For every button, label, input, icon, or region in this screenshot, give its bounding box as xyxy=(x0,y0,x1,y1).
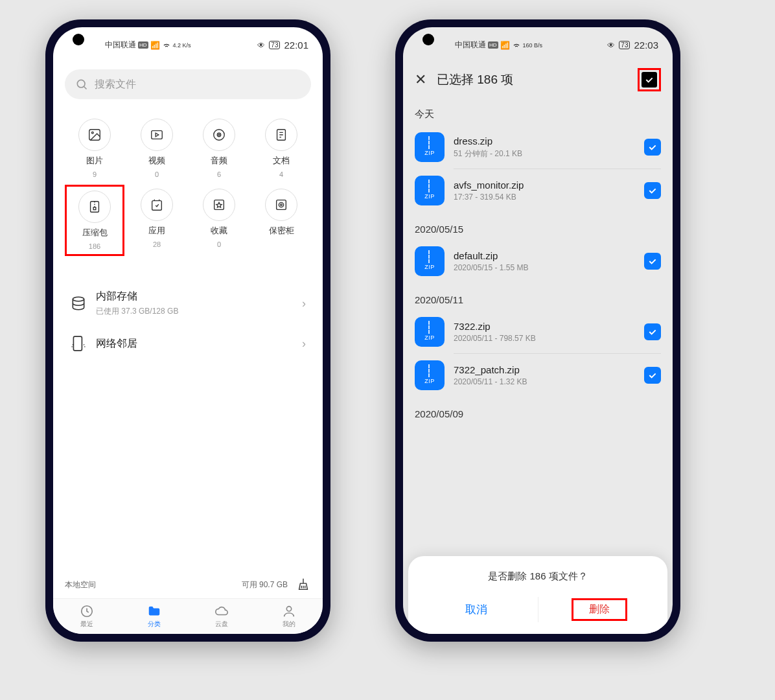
svg-point-0 xyxy=(77,80,85,88)
eye-icon: 👁 xyxy=(257,41,265,50)
category-safe[interactable]: 保密柜 xyxy=(251,185,311,256)
svg-rect-4 xyxy=(152,131,163,139)
cleanup-button[interactable] xyxy=(295,576,311,593)
file-row[interactable]: ZIP7322.zip2020/05/11 - 798.57 KB xyxy=(415,310,661,353)
safe-icon xyxy=(274,198,288,212)
zip-file-icon: ZIP xyxy=(415,360,445,390)
section-date: 2020/05/09 xyxy=(415,408,661,419)
file-meta: 2020/05/11 - 798.57 KB xyxy=(454,334,635,343)
file-checkbox[interactable] xyxy=(644,182,661,199)
folder-icon xyxy=(147,604,161,618)
app-icon xyxy=(150,198,164,212)
file-checkbox[interactable] xyxy=(644,253,661,270)
network-icon xyxy=(70,335,87,352)
section-date: 2020/05/11 xyxy=(415,294,661,305)
camera-hole xyxy=(422,34,434,45)
chevron-right-icon: › xyxy=(302,337,306,351)
battery-icon: 73 xyxy=(269,41,280,49)
eye-icon: 👁 xyxy=(607,41,615,50)
space-available: 可用 90.7 GB xyxy=(242,579,288,590)
category-apps[interactable]: 应用 28 xyxy=(127,185,187,256)
nav-mine[interactable]: 我的 xyxy=(282,604,296,629)
hd-icon: HD xyxy=(138,41,148,49)
delete-highlight: 删除 xyxy=(572,598,627,621)
section-date: 今天 xyxy=(415,108,661,121)
network-neighbors-row[interactable]: 网络邻居 › xyxy=(65,326,311,361)
file-name: default.zip xyxy=(454,250,635,261)
audio-icon xyxy=(212,128,226,142)
delete-button[interactable]: 删除 xyxy=(589,603,610,614)
file-name: dress.zip xyxy=(454,135,635,146)
cancel-button[interactable]: 取消 xyxy=(415,597,538,622)
svg-point-18 xyxy=(279,202,283,207)
signal-icon: 📶 xyxy=(500,41,510,50)
nav-cloud[interactable]: 云盘 xyxy=(214,604,229,629)
nav-categories[interactable]: 分类 xyxy=(147,604,161,629)
file-row[interactable]: ZIPavfs_monitor.zip17:37 - 319.54 KB xyxy=(415,169,661,212)
close-button[interactable]: ✕ xyxy=(415,71,426,88)
status-bar: 中国联通 HD 📶 4.2 K/s 👁 73 22:01 xyxy=(53,27,323,63)
selection-count: 已选择 186 项 xyxy=(437,71,627,88)
zip-file-icon: ZIP xyxy=(415,176,445,205)
selection-header: ✕ 已选择 186 项 xyxy=(403,63,673,97)
battery-icon: 73 xyxy=(619,41,630,49)
doc-icon xyxy=(274,128,288,142)
wifi-icon xyxy=(512,41,521,50)
nav-recent[interactable]: 最近 xyxy=(80,604,94,629)
file-meta: 2020/05/15 - 1.55 MB xyxy=(454,263,635,272)
file-meta: 17:37 - 319.54 KB xyxy=(454,192,635,202)
category-archives[interactable]: 压缩包 186 xyxy=(65,185,124,256)
file-row[interactable]: ZIPdress.zip51 分钟前 - 20.1 KB xyxy=(415,126,661,169)
hd-icon: HD xyxy=(488,41,498,49)
image-icon xyxy=(87,128,102,142)
category-favorites[interactable]: 收藏 0 xyxy=(189,185,249,256)
zip-file-icon: ZIP xyxy=(415,246,445,276)
person-icon xyxy=(282,604,296,618)
star-icon xyxy=(212,198,226,212)
svg-line-1 xyxy=(84,87,87,89)
zip-file-icon: ZIP xyxy=(415,317,445,347)
file-checkbox[interactable] xyxy=(644,367,661,384)
clock-icon xyxy=(80,604,94,618)
clock-text: 22:01 xyxy=(284,40,308,51)
svg-rect-21 xyxy=(73,336,82,351)
svg-rect-17 xyxy=(277,200,286,210)
carrier-text: 中国联通 xyxy=(105,40,136,51)
file-checkbox[interactable] xyxy=(644,323,661,340)
svg-rect-14 xyxy=(93,207,96,210)
file-row[interactable]: ZIP7322_patch.zip2020/05/11 - 1.32 KB xyxy=(415,354,661,397)
confirm-delete-sheet: 是否删除 186 项文件？ 取消 删除 xyxy=(408,556,667,634)
space-label: 本地空间 xyxy=(65,579,96,590)
phone-left: 中国联通 HD 📶 4.2 K/s 👁 73 22:01 搜索文件 图片 xyxy=(45,19,330,642)
zip-icon xyxy=(87,200,102,214)
category-docs[interactable]: 文档 4 xyxy=(251,115,311,182)
bottom-nav: 最近 分类 云盘 我的 xyxy=(53,598,323,634)
confirm-message: 是否删除 186 项文件？ xyxy=(415,570,661,583)
file-list[interactable]: 今天ZIPdress.zip51 分钟前 - 20.1 KBZIPavfs_mo… xyxy=(403,97,673,634)
file-checkbox[interactable] xyxy=(644,139,661,156)
search-placeholder: 搜索文件 xyxy=(95,78,136,91)
select-all-checkbox[interactable] xyxy=(642,72,657,88)
speed-text: 160 B/s xyxy=(523,42,543,49)
speed-text: 4.2 K/s xyxy=(173,42,191,49)
category-videos[interactable]: 视频 0 xyxy=(127,115,187,182)
category-images[interactable]: 图片 9 xyxy=(65,115,124,182)
signal-icon: 📶 xyxy=(150,41,160,50)
svg-point-20 xyxy=(73,297,84,301)
zip-file-icon: ZIP xyxy=(415,132,445,162)
internal-storage-row[interactable]: 内部存储 已使用 37.3 GB/128 GB › xyxy=(65,281,311,326)
camera-hole xyxy=(73,34,84,45)
category-audio[interactable]: 音频 6 xyxy=(189,115,249,182)
file-row[interactable]: ZIPdefault.zip2020/05/15 - 1.55 MB xyxy=(415,240,661,283)
chevron-right-icon: › xyxy=(302,297,306,310)
search-input[interactable]: 搜索文件 xyxy=(65,69,311,99)
category-grid: 图片 9 视频 0 音频 6 文档 4 压缩包 186 xyxy=(53,106,323,265)
file-name: avfs_monitor.zip xyxy=(454,180,635,191)
storage-icon xyxy=(70,295,87,312)
phone-right: 中国联通 HD 📶 160 B/s 👁 73 22:03 ✕ 已选择 186 项 xyxy=(395,19,680,642)
svg-point-3 xyxy=(91,132,93,134)
section-date: 2020/05/15 xyxy=(415,224,661,235)
file-meta: 2020/05/11 - 1.32 KB xyxy=(454,377,635,386)
svg-point-7 xyxy=(218,134,220,135)
svg-point-19 xyxy=(281,204,283,206)
